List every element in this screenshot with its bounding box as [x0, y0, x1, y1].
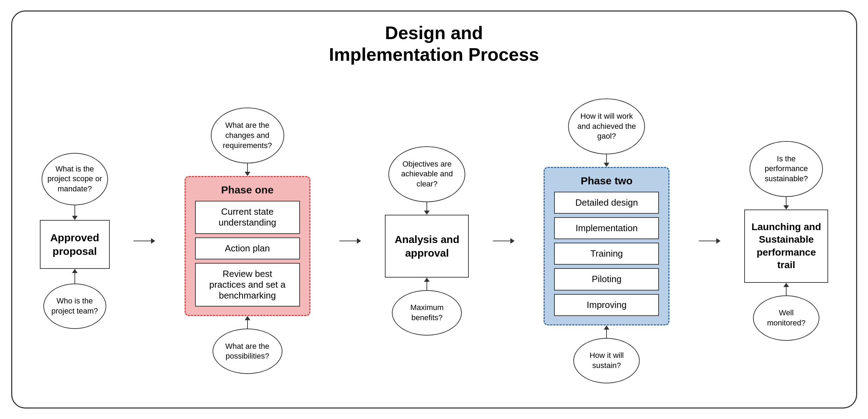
- col-approved-proposal: What is the project scope or mandate? Ap…: [36, 153, 113, 329]
- arrow-sustain-to-phase2: [604, 325, 609, 338]
- oval-possibilities: What are the possibilities?: [213, 329, 282, 374]
- outer-frame: Design and Implementation Process What i…: [11, 10, 857, 409]
- col-analysis: Objectives are achievable and clear? Ana…: [381, 146, 472, 336]
- phase-one-item-1: Current state understanding: [195, 201, 300, 234]
- phase-one-container: Phase one Current state understanding Ac…: [185, 176, 310, 316]
- arrow-howwork-to-phase2: [604, 154, 609, 167]
- arrow-col1-to-phase1: [134, 238, 155, 244]
- arrow-wellmonitored-to-launch: [783, 283, 789, 295]
- arrow-scope-to-proposal: [72, 205, 78, 220]
- oval-maximum-benefits: Maximum benefits?: [392, 290, 462, 336]
- arrow-phase2-to-col5: [699, 238, 720, 244]
- arrow-sustainable-to-launch: [783, 197, 789, 210]
- oval-performance-sustainable: Is the performance sustainable?: [749, 141, 823, 197]
- rect-approved-proposal: Approved proposal: [40, 220, 110, 269]
- oval-project-scope: What is the project scope or mandate?: [42, 153, 108, 205]
- phase-two-container: Phase two Detailed design Implementation…: [544, 167, 669, 325]
- oval-how-sustain: How it will sustain?: [573, 338, 640, 383]
- phase-one-item-2: Action plan: [195, 237, 300, 259]
- oval-how-work: How it will work and achieved the gaol?: [568, 98, 645, 154]
- arrow-phase1-to-col3: [339, 238, 361, 244]
- arrow-possibilities-to-phase1: [245, 316, 250, 329]
- rect-launching: Launching and Sustainable performance tr…: [744, 210, 828, 283]
- phase-one-item-3: Review best practices and set a benchmar…: [195, 263, 300, 307]
- phase-two-item-3: Training: [554, 243, 659, 265]
- oval-changes-requirements: What are the changes and requirements?: [211, 108, 284, 163]
- arrow-maxbenefits-to-analysis: [424, 278, 430, 290]
- phase-one-title: Phase one: [221, 184, 274, 196]
- col-phase-one: What are the changes and requirements? P…: [176, 108, 319, 374]
- rect-analysis-approval: Analysis and approval: [385, 215, 469, 278]
- phase-two-item-1: Detailed design: [554, 192, 659, 214]
- phase-two-item-4: Piloting: [554, 268, 659, 290]
- col-launching: Is the performance sustainable? Launchin…: [741, 141, 832, 341]
- arrow-col3-to-phase2: [493, 238, 515, 244]
- col-phase-two: How it will work and achieved the gaol? …: [535, 98, 678, 383]
- page-title: Design and Implementation Process: [12, 12, 856, 66]
- arrow-req-to-phase1: [245, 163, 250, 176]
- phase-two-item-5: Improving: [554, 294, 659, 316]
- arrow-team-to-proposal: [72, 269, 78, 284]
- oval-objectives-achievable: Objectives are achievable and clear?: [388, 146, 465, 202]
- main-content: What is the project scope or mandate? Ap…: [12, 66, 856, 409]
- oval-well-monitored: Well monitored?: [753, 295, 819, 341]
- oval-project-team: Who is the project team?: [43, 284, 106, 329]
- phase-two-item-2: Implementation: [554, 217, 659, 239]
- arrow-obj-to-analysis: [424, 202, 430, 215]
- phase-two-title: Phase two: [581, 175, 632, 187]
